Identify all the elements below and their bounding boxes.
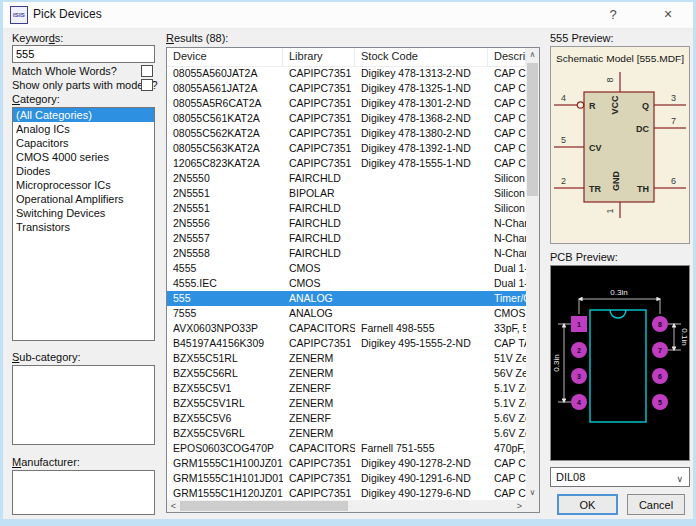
ok-button[interactable]: OK (557, 494, 618, 515)
table-row[interactable]: AVX0603NPO33PCAPACITORSFarnell 498-55533… (167, 321, 526, 336)
table-row[interactable]: BZX55C5V6ZENERF5.6V Ze (167, 411, 526, 426)
cancel-button[interactable]: Cancel (627, 494, 685, 515)
table-row[interactable]: BZX55C5V1RLZENERM5.1V Ze (167, 396, 526, 411)
horizontal-scroll-thumb[interactable] (180, 501, 348, 511)
table-row[interactable]: 2N5557FAIRCHLDN-Chann (167, 231, 526, 246)
pcb-preview-panel: 1 2 3 4 8 7 6 5 0.3in 0.3in 0.1in (550, 265, 690, 461)
keywords-input[interactable] (12, 45, 155, 63)
pin-8-number: 8 (605, 77, 615, 82)
table-cell (355, 201, 488, 216)
table-row[interactable]: 4555CMOSDual 1-T (167, 261, 526, 276)
category-list[interactable]: (All Categories)Analog ICsCapacitorsCMOS… (12, 107, 155, 341)
manufacturer-list[interactable] (12, 470, 155, 515)
scroll-left-icon[interactable]: < (167, 500, 180, 512)
table-cell: 08055A561JAT2A (167, 81, 283, 96)
column-header[interactable]: Descript (488, 48, 526, 66)
table-row[interactable]: 555ANALOGTimer/O (167, 291, 526, 306)
table-row[interactable]: BZX55C51RLZENERM51V Zer (167, 351, 526, 366)
category-item[interactable]: Operational Amplifiers (13, 192, 154, 206)
table-cell: CAPIPC7351 (283, 456, 355, 471)
table-cell: 33pF, 50 (488, 321, 526, 336)
category-item[interactable]: Capacitors (13, 136, 154, 150)
table-cell (355, 171, 488, 186)
pin-1-number: 1 (605, 208, 615, 213)
column-header[interactable]: Device (167, 48, 283, 66)
table-row[interactable]: 08055C561KAT2ACAPIPC7351Digikey 478-1368… (167, 111, 526, 126)
table-cell: Digikey 478-1380-2-ND (355, 126, 488, 141)
scroll-up-icon[interactable]: ∧ (526, 48, 539, 62)
match-whole-words-checkbox[interactable] (141, 65, 153, 77)
subcategory-label: Sub-category: (12, 351, 81, 363)
table-row[interactable]: BZX55C5V6RLZENERM5.6V Ze (167, 426, 526, 441)
category-item[interactable]: Transistors (13, 220, 154, 234)
pad-5-number: 5 (658, 399, 662, 406)
table-row[interactable]: B45197A4156K309CAPIPC7351Digikey 495-155… (167, 336, 526, 351)
pin-q-label: Q (642, 101, 649, 111)
table-row[interactable]: 2N5551BIPOLARSilicon N (167, 186, 526, 201)
show-only-models-checkbox[interactable] (141, 79, 153, 91)
category-item[interactable]: CMOS 4000 series (13, 150, 154, 164)
table-row[interactable]: 08055C562KAT2ACAPIPC7351Digikey 478-1380… (167, 126, 526, 141)
subcategory-list[interactable] (12, 365, 155, 445)
table-cell: CAP CE (488, 111, 526, 126)
table-row[interactable]: 08055A5R6CAT2ACAPIPC7351Digikey 478-1301… (167, 96, 526, 111)
table-row[interactable]: GRM1555C1H101JD01DCAPIPC7351Digikey 490-… (167, 471, 526, 486)
table-row[interactable]: 08055A561JAT2ACAPIPC7351Digikey 478-1325… (167, 81, 526, 96)
table-cell: Digikey 490-1279-6-ND (355, 486, 488, 500)
table-row[interactable]: 2N5551FAIRCHLDSilicon N (167, 201, 526, 216)
table-row[interactable]: 2N5556FAIRCHLDN-Chann (167, 216, 526, 231)
close-button[interactable]: × (650, 0, 686, 28)
category-item[interactable]: Switching Devices (13, 206, 154, 220)
table-cell: 2N5557 (167, 231, 283, 246)
scroll-right-icon[interactable]: > (513, 500, 526, 512)
table-cell: Digikey 478-1392-1-ND (355, 141, 488, 156)
table-cell: CAP CE (488, 471, 526, 486)
vertical-scroll-thumb[interactable] (527, 63, 538, 196)
schematic-preview-panel: Schematic Model [555.MDF] 8 VCC GND 4 R … (550, 46, 690, 244)
help-button[interactable]: ? (596, 0, 630, 28)
table-cell: Digikey 478-1555-1-ND (355, 156, 488, 171)
category-item[interactable]: Microprocessor ICs (13, 178, 154, 192)
table-cell: 5.6V Ze (488, 411, 526, 426)
table-cell: BZX55C56RL (167, 366, 283, 381)
table-row[interactable]: GRM1555C1H120JZ01DCAPIPC7351Digikey 490-… (167, 486, 526, 500)
table-cell: CAP CE (488, 81, 526, 96)
table-row[interactable]: EPOS0603COG470PCAPACITORSFarnell 751-555… (167, 441, 526, 456)
table-cell: CAP TA (488, 336, 526, 351)
table-row[interactable]: BZX55C5V1ZENERF5.1V Ze (167, 381, 526, 396)
table-row[interactable]: 2N5558FAIRCHLDN-Chann (167, 246, 526, 261)
chevron-down-icon: ∨ (676, 470, 683, 488)
table-row[interactable]: 12065C823KAT2ACAPIPC7351Digikey 478-1555… (167, 156, 526, 171)
category-item[interactable]: (All Categories) (13, 108, 154, 122)
table-row[interactable]: 4555.IECCMOSDual 1-T (167, 276, 526, 291)
category-item[interactable]: Diodes (13, 164, 154, 178)
table-row[interactable]: 08055A560JAT2ACAPIPC7351Digikey 478-1313… (167, 66, 526, 81)
table-row[interactable]: 2N5550FAIRCHLDSilicon N (167, 171, 526, 186)
column-header[interactable]: Library (283, 48, 355, 66)
table-cell: Farnell 751-555 (355, 441, 488, 456)
vertical-scrollbar[interactable]: ∧ ∨ (526, 48, 539, 500)
table-row[interactable]: GRM1555C1H100JZ01DCAPIPC7351Digikey 490-… (167, 456, 526, 471)
table-row[interactable]: 08055C563KAT2ACAPIPC7351Digikey 478-1392… (167, 141, 526, 156)
table-cell: CAPIPC7351 (283, 96, 355, 111)
table-cell: ZENERF (283, 411, 355, 426)
table-cell (355, 411, 488, 426)
pin-2-number: 2 (561, 176, 566, 186)
table-cell: CAPACITORS (283, 441, 355, 456)
scroll-down-icon[interactable]: ∨ (526, 486, 539, 500)
table-cell (355, 381, 488, 396)
table-row[interactable]: BZX55C56RLZENERM56V Zer (167, 366, 526, 381)
table-row[interactable]: 7555ANALOGCMOS T (167, 306, 526, 321)
table-cell: 470pF, 5 (488, 441, 526, 456)
pin-vcc-label: VCC (610, 95, 620, 115)
package-select-value: DIL08 (556, 471, 585, 483)
category-item[interactable]: Analog ICs (13, 122, 154, 136)
table-cell: CAPIPC7351 (283, 471, 355, 486)
table-cell: BIPOLAR (283, 186, 355, 201)
package-select[interactable]: DIL08 ∨ (550, 467, 690, 487)
horizontal-scrollbar[interactable]: < > (167, 500, 526, 512)
table-cell: 5.6V Ze (488, 426, 526, 441)
results-label: Results (88): (166, 32, 228, 44)
table-cell: FAIRCHLD (283, 201, 355, 216)
column-header[interactable]: Stock Code (355, 48, 488, 66)
